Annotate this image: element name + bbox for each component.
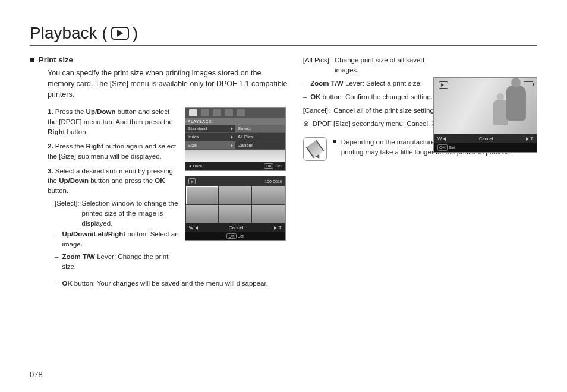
chevron-right-icon xyxy=(526,137,528,141)
udlr-subitem: – Up/Down/Left/Right button: Select an i… xyxy=(55,229,179,250)
section-heading: Print size xyxy=(30,55,289,64)
section-title-text: Print size xyxy=(39,55,73,64)
title-prefix: Playback ( xyxy=(30,24,108,43)
thumbnail xyxy=(186,205,219,223)
tab-icon xyxy=(237,109,245,116)
step-1: 1. Press the Up/Down button and select t… xyxy=(48,107,179,137)
chevron-right-icon xyxy=(231,144,233,147)
play-icon xyxy=(188,178,196,184)
step-number: 1. xyxy=(48,108,53,115)
step-3: 3. Select a desired sub menu by pressing… xyxy=(48,166,179,273)
thumbnail xyxy=(252,205,285,223)
tab-icon xyxy=(189,109,197,116)
cancel-item: [Cancel]: Cancel all of the print size s… xyxy=(303,106,440,116)
thumbnail xyxy=(186,186,219,204)
select-subitem: [Select]: Selection window to change the… xyxy=(55,198,179,229)
square-bullet-icon xyxy=(30,58,34,62)
lcd-header: PLAYBACK xyxy=(185,118,235,125)
step-number: 3. xyxy=(48,167,53,175)
image-counter: 100-0010 xyxy=(264,179,282,184)
chevron-left-icon xyxy=(189,165,191,168)
thumbnail xyxy=(252,186,285,204)
ok-subitem: – OK button: Your changes will be saved … xyxy=(55,279,289,289)
ok-item: – OK button: Confirm the changed setting… xyxy=(303,92,440,102)
step-number: 2. xyxy=(48,143,53,150)
step-2: 2. Press the Right button again and sele… xyxy=(48,141,179,161)
section-intro: You can specify the print size when prin… xyxy=(48,68,289,100)
chevron-left-icon xyxy=(196,226,198,230)
chevron-right-icon xyxy=(231,127,233,131)
page-number: 078 xyxy=(30,370,43,379)
cancel-label: Cancel xyxy=(479,136,493,141)
tab-icon xyxy=(225,109,233,116)
chevron-right-icon xyxy=(231,135,233,139)
page-title: Playback ( ) xyxy=(30,24,537,46)
cancel-label: Cancel xyxy=(229,225,244,230)
chevron-right-icon xyxy=(274,226,276,230)
tab-icon xyxy=(201,109,209,116)
pencil-note-icon xyxy=(303,137,327,161)
battery-icon xyxy=(524,81,533,86)
reference-mark-icon: ※ xyxy=(303,119,309,129)
lcd-preview-figure: W Cancel T OK Set xyxy=(433,77,537,153)
allpics-item: [All Pics]: Change print size of all sav… xyxy=(303,55,440,75)
title-suffix: ) xyxy=(133,24,138,43)
zoom-item: – Zoom T/W Lever: Select a print size. xyxy=(303,78,440,88)
tab-icon xyxy=(213,109,221,116)
bullet-icon xyxy=(333,140,336,143)
zoom-subitem: – Zoom T/W Lever: Change the print size. xyxy=(55,252,179,273)
thumbnail xyxy=(219,205,251,223)
thumbnail xyxy=(219,186,251,204)
lcd-menu-figure: PLAYBACK Standard Index Size Select All … xyxy=(185,107,286,171)
play-icon xyxy=(111,27,129,40)
chevron-left-icon xyxy=(443,137,446,141)
lcd-thumbnail-figure: 100-0010 W Cancel T xyxy=(185,176,286,241)
